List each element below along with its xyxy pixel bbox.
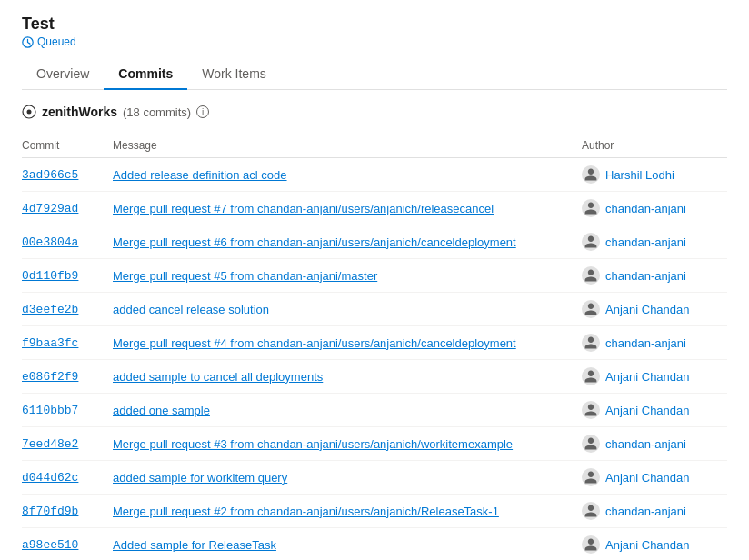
svg-point-2 — [27, 110, 32, 115]
author-name[interactable]: Anjani Chandan — [605, 538, 690, 552]
commit-hash[interactable]: 4d7929ad — [22, 202, 78, 215]
author-cell: Anjani Chandan — [582, 367, 720, 385]
commit-hash[interactable]: d3eefe2b — [22, 303, 78, 316]
author-cell: chandan-anjani — [582, 266, 720, 285]
avatar — [582, 165, 600, 184]
commit-message[interactable]: added sample for workitem query — [113, 471, 287, 485]
author-name[interactable]: chandan-anjani — [605, 202, 686, 215]
avatar — [582, 300, 600, 318]
table-row: 6110bbb7added one sample Anjani Chandan — [22, 394, 727, 427]
commit-message[interactable]: Merge pull request #4 from chandan-anjan… — [113, 336, 516, 350]
author-name[interactable]: chandan-anjani — [605, 437, 686, 451]
author-cell: Anjani Chandan — [582, 468, 720, 486]
avatar — [582, 401, 600, 419]
author-cell: Anjani Chandan — [582, 300, 720, 318]
table-row: 7eed48e2Merge pull request #3 from chand… — [22, 427, 727, 461]
author-cell: Anjani Chandan — [582, 535, 720, 554]
table-row: 8f70fd9bMerge pull request #2 from chand… — [22, 495, 727, 528]
author-name[interactable]: chandan-anjani — [605, 269, 686, 283]
author-name[interactable]: Anjani Chandan — [605, 471, 690, 485]
table-row: 00e3804aMerge pull request #6 from chand… — [22, 225, 727, 259]
avatar — [582, 233, 600, 251]
author-cell: Harshil Lodhi — [582, 165, 720, 184]
commit-hash[interactable]: 6110bbb7 — [22, 404, 78, 417]
page-title: Test — [22, 15, 727, 34]
avatar — [582, 468, 600, 486]
commit-message[interactable]: Added release definition acl code — [113, 168, 287, 182]
table-row: 0d110fb9Merge pull request #5 from chand… — [22, 259, 727, 293]
repo-name: zenithWorks — [42, 105, 117, 119]
queued-status[interactable]: Queued — [22, 35, 76, 48]
author-name[interactable]: Anjani Chandan — [605, 404, 690, 417]
avatar — [582, 367, 600, 385]
avatar — [582, 502, 600, 520]
commits-count: (18 commits) — [123, 105, 191, 119]
avatar — [582, 199, 600, 217]
commit-message[interactable]: Merge pull request #2 from chandan-anjan… — [113, 505, 499, 518]
commit-hash[interactable]: 7eed48e2 — [22, 437, 78, 451]
table-row: e086f2f9added sample to cancel all deplo… — [22, 360, 727, 394]
table-row: 4d7929adMerge pull request #7 from chand… — [22, 192, 727, 225]
author-name[interactable]: Anjani Chandan — [605, 303, 690, 316]
queued-icon — [22, 36, 34, 48]
commit-message[interactable]: Merge pull request #5 from chandan-anjan… — [113, 269, 377, 283]
commit-message[interactable]: added cancel release solution — [113, 303, 269, 316]
commit-message[interactable]: added sample to cancel all deployments — [113, 370, 323, 384]
author-cell: chandan-anjani — [582, 199, 720, 217]
avatar — [582, 535, 600, 554]
col-header-message: Message — [113, 134, 582, 158]
commit-message[interactable]: added one sample — [113, 404, 210, 417]
repo-icon — [22, 105, 36, 119]
commit-hash[interactable]: 8f70fd9b — [22, 505, 78, 518]
commits-table: Commit Message Author 3ad966c5Added rele… — [22, 134, 727, 560]
tab-overview[interactable]: Overview — [22, 59, 104, 90]
col-header-author: Author — [582, 134, 727, 158]
commit-hash[interactable]: 0d110fb9 — [22, 269, 78, 283]
table-row: f9baa3fcMerge pull request #4 from chand… — [22, 326, 727, 360]
author-cell: chandan-anjani — [582, 502, 720, 520]
avatar — [582, 334, 600, 352]
author-cell: chandan-anjani — [582, 334, 720, 352]
commit-message[interactable]: Merge pull request #7 from chandan-anjan… — [113, 202, 494, 215]
commit-hash[interactable]: 00e3804a — [22, 235, 78, 249]
commit-message[interactable]: Added sample for ReleaseTask — [113, 538, 276, 552]
avatar — [582, 266, 600, 285]
commit-hash[interactable]: d044d62c — [22, 471, 78, 485]
table-row: 3ad966c5Added release definition acl cod… — [22, 158, 727, 192]
author-name[interactable]: chandan-anjani — [605, 505, 686, 518]
author-cell: Anjani Chandan — [582, 401, 720, 419]
commit-hash[interactable]: e086f2f9 — [22, 370, 78, 384]
commit-hash[interactable]: a98ee510 — [22, 538, 78, 552]
tab-commits[interactable]: Commits — [104, 59, 187, 90]
tab-workitems[interactable]: Work Items — [187, 59, 281, 90]
commit-hash[interactable]: 3ad966c5 — [22, 168, 78, 182]
table-row: a98ee510Added sample for ReleaseTask Anj… — [22, 528, 727, 561]
author-name[interactable]: Harshil Lodhi — [605, 168, 674, 182]
author-name[interactable]: chandan-anjani — [605, 235, 686, 249]
author-cell: chandan-anjani — [582, 435, 720, 453]
info-icon[interactable]: i — [196, 105, 209, 118]
tab-nav: Overview Commits Work Items — [22, 59, 727, 90]
commit-message[interactable]: Merge pull request #6 from chandan-anjan… — [113, 235, 516, 249]
table-row: d3eefe2badded cancel release solution An… — [22, 293, 727, 326]
repo-header: zenithWorks (18 commits) i — [22, 105, 727, 119]
col-header-commit: Commit — [22, 134, 113, 158]
avatar — [582, 435, 600, 453]
table-row: d044d62cadded sample for workitem query … — [22, 461, 727, 495]
author-name[interactable]: chandan-anjani — [605, 336, 686, 350]
author-cell: chandan-anjani — [582, 233, 720, 251]
commit-hash[interactable]: f9baa3fc — [22, 336, 78, 350]
commit-message[interactable]: Merge pull request #3 from chandan-anjan… — [113, 437, 513, 451]
author-name[interactable]: Anjani Chandan — [605, 370, 690, 384]
